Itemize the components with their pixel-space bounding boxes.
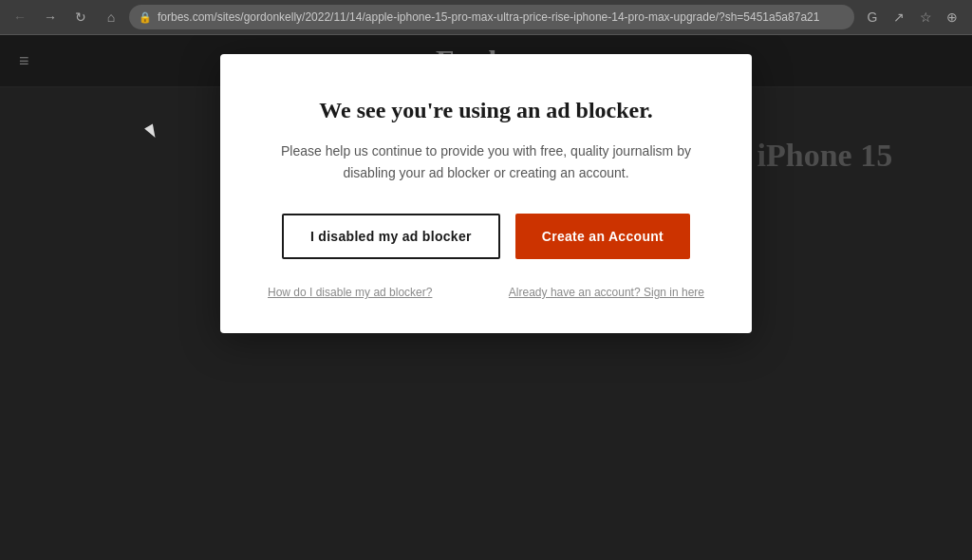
modal-title: We see you're using an ad blocker.	[268, 96, 704, 125]
lock-icon: 🔒	[139, 11, 152, 24]
adblocker-modal: We see you're using an ad blocker. Pleas…	[220, 54, 752, 333]
browser-chrome: ← → ↻ ⌂ 🔒 forbes.com/sites/gordonkelly/2…	[0, 0, 972, 35]
forward-button[interactable]: →	[38, 5, 63, 29]
browser-actions: G ↗ ☆ ⊕	[860, 5, 964, 29]
extension-button[interactable]: ⊕	[940, 5, 964, 29]
create-account-button[interactable]: Create an Account	[515, 214, 690, 259]
browser-toolbar: ← → ↻ ⌂ 🔒 forbes.com/sites/gordonkelly/2…	[0, 0, 972, 34]
modal-description: Please help us continue to provide you w…	[268, 140, 704, 183]
disable-adblocker-button[interactable]: I disabled my ad blocker	[282, 214, 500, 259]
share-button[interactable]: ↗	[887, 5, 911, 29]
bookmark-button[interactable]: ☆	[913, 5, 938, 29]
modal-overlay: We see you're using an ad blocker. Pleas…	[0, 35, 972, 560]
url-text: forbes.com/sites/gordonkelly/2022/11/14/…	[158, 10, 845, 24]
address-bar[interactable]: 🔒 forbes.com/sites/gordonkelly/2022/11/1…	[129, 5, 854, 29]
modal-links: How do I disable my ad blocker? Already …	[268, 286, 704, 299]
sign-in-link[interactable]: Already have an account? Sign in here	[509, 286, 704, 299]
modal-buttons: I disabled my ad blocker Create an Accou…	[268, 214, 704, 259]
home-icon: ⌂	[107, 9, 115, 25]
extension-icon: ⊕	[946, 9, 958, 25]
share-icon: ↗	[893, 9, 905, 25]
forward-icon: →	[44, 9, 57, 25]
google-icon-button[interactable]: G	[860, 5, 885, 29]
how-to-disable-link[interactable]: How do I disable my ad blocker?	[268, 286, 432, 299]
page-content: ≡ Forbes Consumer Tech New Apple Exclusi…	[0, 35, 972, 560]
reload-button[interactable]: ↻	[68, 5, 93, 29]
back-button[interactable]: ←	[8, 5, 32, 29]
reload-icon: ↻	[75, 9, 86, 25]
back-icon: ←	[13, 9, 27, 25]
star-icon: ☆	[920, 9, 932, 25]
home-button[interactable]: ⌂	[99, 5, 123, 29]
google-icon: G	[868, 9, 878, 25]
